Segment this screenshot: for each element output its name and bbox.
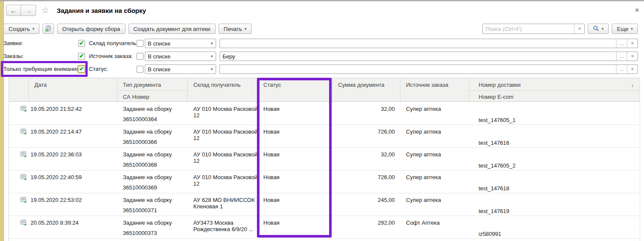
cell-date: 19.05.2020 22:14:47 <box>31 128 82 135</box>
cell-doc-type: Задание на сборку <box>123 106 172 112</box>
search-icon <box>593 25 599 33</box>
cell-warehouse: АУ 010 Москва Расковой 12 <box>193 128 259 141</box>
open-collection-form-label: Открыть форму сбора <box>62 26 120 32</box>
status-use-checkbox[interactable]: ✔ <box>137 66 143 73</box>
column-divider <box>332 78 333 102</box>
attention-only-label: Только требующие внимания: <box>3 66 81 72</box>
table-row[interactable]: 19.05.2020 22:53:02 Задание на сборку 36… <box>9 193 640 216</box>
header-amount[interactable]: Сумма документа <box>338 82 385 88</box>
cell-source: Софт Аптека <box>406 220 440 226</box>
clear-button[interactable]: × <box>627 65 638 73</box>
order-source-value-field[interactable]: Беру ... × <box>220 52 638 61</box>
cell-warehouse: АУ 010 Москва Расковой 12 <box>193 106 259 119</box>
cell-ecom: test_147619 <box>479 208 510 214</box>
create-button-label: Создать <box>9 26 30 32</box>
search-clear-button[interactable]: × <box>574 24 584 34</box>
warehouse-condition-select[interactable]: В списке ▾ <box>145 39 216 48</box>
header-ecom-number[interactable]: Номер E-com <box>479 94 513 100</box>
choose-button[interactable]: ... <box>616 52 627 61</box>
cell-date: 19.05.2020 22:53:02 <box>31 197 82 203</box>
condition-value: В списке <box>145 66 208 73</box>
cell-warehouse: АУ 010 Москва Расковой 12 <box>193 151 259 164</box>
cell-doc-number: 36510000368 <box>123 162 157 168</box>
status-condition-select[interactable]: В списке ▾ <box>145 64 216 74</box>
header-delivery-number[interactable]: Номер доставки <box>479 82 521 88</box>
choose-button[interactable]: ... <box>616 65 627 73</box>
header-doc-type[interactable]: Тип документа <box>123 82 161 88</box>
requests-label: Заявки: <box>3 40 23 46</box>
document-icon <box>20 174 27 182</box>
forward-button[interactable]: → <box>21 5 36 16</box>
page-title: Задания и заявки на сборку <box>57 7 146 14</box>
column-divider <box>28 78 29 102</box>
column-divider <box>400 78 400 102</box>
table-row[interactable]: 20.05.2020 8:39:24 Задание на сборку 365… <box>9 216 640 239</box>
back-button[interactable]: ← <box>6 5 21 16</box>
document-icon <box>20 151 27 159</box>
cell-amount: 32,00 <box>332 106 395 112</box>
clear-button[interactable]: × <box>627 52 638 61</box>
cell-source: Супер аптека <box>406 106 441 112</box>
header-warehouse[interactable]: Склад получатель <box>193 82 241 88</box>
cell-ecom: test_147616 <box>479 140 510 146</box>
cell-source: Супер аптека <box>406 128 441 135</box>
open-collection-form-button[interactable]: Открыть форму сбора <box>57 24 125 34</box>
chevron-down-icon: ▾ <box>244 27 247 31</box>
choose-button[interactable]: ... <box>616 39 627 48</box>
warehouse-receiver-use-checkbox[interactable]: ✔ <box>137 40 143 47</box>
create-button[interactable]: Создать ▾ <box>3 24 40 34</box>
cell-doc-type: Задание на сборку <box>123 128 172 135</box>
print-button-label: Печать <box>224 26 242 32</box>
search-input[interactable] <box>483 24 574 34</box>
cell-warehouse: АУ 010 Москва Расковой 12 <box>193 174 259 187</box>
cell-source: Супер аптека <box>406 174 441 180</box>
attention-only-checkbox[interactable]: ✔ <box>78 66 85 73</box>
search-cluster: × ▾ Еще ▾ <box>482 24 638 34</box>
cell-ecom: test_147605_1 <box>479 117 516 123</box>
clear-button[interactable]: × <box>627 39 638 48</box>
header-doc-number[interactable]: СА Номер <box>123 94 149 100</box>
table-row[interactable]: 19.05.2020 22:36:03 Задание на сборку 36… <box>9 148 640 171</box>
create-pharmacy-document-label: Создать документ для аптеки <box>134 26 211 32</box>
favorite-star-icon[interactable]: ☆ <box>41 5 49 15</box>
cell-date: 19.05.2020 22:40:59 <box>31 174 82 180</box>
cell-amount: 292,00 <box>332 220 395 226</box>
warehouse-receiver-label: Склад получатель: <box>89 40 138 46</box>
requests-checkbox[interactable]: ✔ <box>78 40 85 47</box>
header-date[interactable]: Дата <box>34 82 47 88</box>
cell-status: Новая <box>263 151 280 158</box>
condition-value: В списке <box>145 53 208 60</box>
cell-amount: 245,00 <box>332 197 395 203</box>
warehouse-value-field[interactable]: ... × <box>220 39 638 48</box>
close-icon[interactable]: × <box>635 6 639 14</box>
chevron-down-icon: ▾ <box>32 27 34 31</box>
sort-descending-icon[interactable]: ↓ <box>631 82 634 88</box>
header-source[interactable]: Источник заказа <box>406 82 449 88</box>
cell-doc-type: Задание на сборку <box>123 197 172 203</box>
order-source-use-checkbox[interactable]: ✔ <box>137 53 143 60</box>
order-source-condition-select[interactable]: В списке ▾ <box>145 52 216 61</box>
table-row[interactable]: 19.05.2020 21:52:42 Задание на сборку 36… <box>9 102 640 125</box>
create-pharmacy-document-button[interactable]: Создать документ для аптеки <box>128 24 216 34</box>
status-value-field[interactable]: ... × <box>220 64 638 74</box>
orders-checkbox[interactable]: ✔ <box>78 53 85 60</box>
copy-document-button[interactable] <box>43 24 54 34</box>
table-row[interactable]: 19.05.2020 22:14:47 Задание на сборку 36… <box>9 125 640 148</box>
table-row[interactable]: 19.05.2020 22:40:59 Задание на сборку 36… <box>9 171 640 193</box>
more-button[interactable]: Еще ▾ <box>612 24 638 34</box>
cell-date: 19.05.2020 21:52:42 <box>31 106 82 112</box>
cell-amount: 726,00 <box>332 128 395 135</box>
cell-doc-number: 36510000366 <box>123 139 157 145</box>
cell-date: 20.05.2020 8:39:24 <box>31 220 79 226</box>
cell-status: Новая <box>263 197 280 203</box>
header-status[interactable]: Статус <box>263 82 281 88</box>
chevron-down-icon: ▾ <box>208 54 216 58</box>
search-button[interactable]: ▾ <box>588 24 609 34</box>
cell-warehouse: АУ 628 МО ВНИИССОК Кленовая 1 <box>193 197 259 210</box>
print-button[interactable]: Печать ▾ <box>219 24 252 34</box>
cell-status: Новая <box>263 128 280 135</box>
search-field: × <box>482 24 585 34</box>
more-button-label: Еще <box>617 26 628 32</box>
chevron-down-icon: ▾ <box>208 41 216 46</box>
condition-value: В списке <box>145 40 208 47</box>
